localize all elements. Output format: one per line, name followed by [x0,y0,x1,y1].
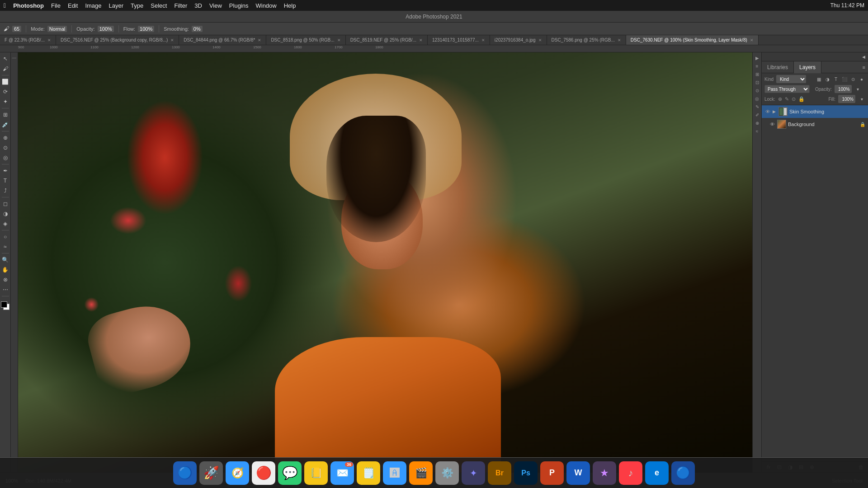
filter-toggle-icon[interactable]: ● [858,75,865,83]
menu-3d[interactable]: 3D [194,2,202,9]
dock-launchpad[interactable]: 🚀 [199,461,223,485]
opacity-input-layers[interactable] [835,85,852,93]
group-arrow-skin-smoothing[interactable]: ▶ [773,109,776,114]
hand-tool[interactable]: ✋ [1,265,10,274]
smudge-tool[interactable]: ≈ [1,242,10,251]
layer-vis-skin-smoothing[interactable]: 👁 [764,108,771,115]
3d-tool[interactable]: ⋯ [1,285,10,294]
filter-shape-icon[interactable]: ⬛ [841,75,848,83]
opacity-value[interactable]: 100% [98,26,114,32]
foreground-color-swatch[interactable] [1,301,7,308]
dock-photoshop[interactable]: Ps [514,461,538,485]
clone-tool[interactable]: ⊙ [1,143,10,152]
lasso-tool[interactable]: ⟳ [1,87,10,96]
pen-tool[interactable]: ✒ [1,166,10,175]
eyedropper-tool[interactable]: 💉 [1,120,10,129]
marquee-tool[interactable]: ⬜ [1,77,10,86]
dock-word[interactable]: W [566,461,590,485]
healing-tool[interactable]: ⊕ [1,133,10,142]
shape-tool[interactable]: ◻ [1,199,10,208]
dock-music[interactable]: ♪ [619,461,642,485]
dock-notes-app[interactable]: 📒 [304,461,328,485]
dock-edge[interactable]: e [645,461,669,485]
panel-icon-8[interactable]: ⊕ [754,119,761,127]
menu-window[interactable]: Window [255,2,276,9]
doc-tab-6[interactable]: i20237916384_o.jpg ✕ [490,35,547,45]
blend-mode-select[interactable]: Pass Through Normal Dissolve Darken Mult… [764,85,810,93]
custom-view-tool[interactable]: ⊗ [1,275,10,284]
tab-layers[interactable]: Layers [794,61,821,73]
panel-icon-4[interactable]: ⊙ [754,87,761,94]
panel-icon-6[interactable]: ✎ [754,103,761,110]
dock-reeder[interactable]: ★ [593,461,616,485]
menu-view[interactable]: View [209,2,222,9]
dock-captivate[interactable]: 🎬 [409,461,433,485]
panel-icon-2[interactable]: ⊞ [754,70,761,78]
dock-powerpoint[interactable]: P [540,461,564,485]
doc-tab-2[interactable]: DSC_84844.png @ 66.7% (RGB/8* ✕ [179,35,266,45]
fill-chevron[interactable]: ▾ [858,95,865,103]
layer-vis-background[interactable]: 👁 [769,121,775,127]
panel-menu-icon[interactable]: ≡ [863,65,868,70]
menu-layer[interactable]: Layer [109,2,124,9]
filter-smart-icon[interactable]: ⊙ [849,75,857,83]
mode-value[interactable]: Normal [47,26,67,32]
doc-tab-4[interactable]: DSC_8519.NEF @ 25% (RGB/... ✕ [346,35,428,45]
dock-custom[interactable]: 🔵 [671,461,695,485]
opacity-chevron[interactable]: ▾ [854,85,862,93]
doc-tab-0[interactable]: F @ 22.3% (RGB/... ✕ [0,35,56,45]
fill-input[interactable] [838,95,855,103]
menu-select[interactable]: Select [151,2,167,9]
doc-tab-3[interactable]: DSC_8518.png @ 50% (RGB... ✕ [266,35,345,45]
doc-tab-5[interactable]: 123140173_1015877... ✕ [428,35,490,45]
dock-appstore[interactable]: 🅰 [383,461,406,485]
magic-wand-tool[interactable]: ✦ [1,97,10,106]
brush-tool[interactable]: 🖌 [1,64,10,73]
expand-icon[interactable]: ▶ [754,54,761,61]
move-tool[interactable]: ↖ [1,54,10,63]
blur-tool[interactable]: ○ [1,232,10,241]
eraser-tool[interactable]: ◈ [1,219,10,228]
filter-pixel-icon[interactable]: ▦ [815,75,822,83]
flow-value[interactable]: 100% [138,26,154,32]
dock-bridge[interactable]: Br [488,461,511,485]
crop-tool[interactable]: ⊞ [1,110,10,119]
path-tool[interactable]: ⤴ [1,186,10,195]
tab-libraries[interactable]: Libraries [762,61,794,73]
filter-adjust-icon[interactable]: ◑ [824,75,831,83]
dock-messages[interactable]: 💬 [278,461,302,485]
dock-safari[interactable]: 🧭 [226,461,249,485]
canvas-area[interactable] [18,52,752,473]
dock-stickies[interactable]: 🗒️ [357,461,380,485]
menu-edit[interactable]: Edit [68,2,78,9]
dodge-tool[interactable]: ◎ [1,153,10,162]
panel-icon-3[interactable]: ⊡ [754,79,761,86]
dock-finder[interactable]: 🔵 [173,461,197,485]
type-tool[interactable]: T [1,176,10,185]
gradient-tool[interactable]: ◑ [1,209,10,218]
menu-plugins[interactable]: Plugins [229,2,249,9]
doc-tab-7[interactable]: DSC_7586.png @ 25% (RGB... ✕ [547,35,626,45]
menu-photoshop[interactable]: Photoshop [13,2,44,9]
dock-bluetooth[interactable]: ✦ [462,461,485,485]
menu-type[interactable]: Type [131,2,143,9]
dock-mail[interactable]: ✉️ 36 [330,461,354,485]
doc-tab-1[interactable]: DSC_7516.NEF @ 25% (Background copy, RGB… [56,35,179,45]
menu-help[interactable]: Help [284,2,296,9]
lock-brush-icon[interactable]: ✎ [785,96,789,102]
kind-dropdown[interactable]: Kind Name Effect Mode Attribute Color [776,75,806,83]
panel-collapse-btn[interactable]: ◀ [862,55,865,59]
lock-position-icon[interactable]: ⊕ [778,96,782,102]
apple-menu[interactable]:  [4,2,6,9]
panel-icon-9[interactable]: ≈ [754,127,761,135]
layer-item-skin-smoothing[interactable]: 👁 ▶ Skin Smoothing [762,105,868,118]
lock-all-icon[interactable]: 🔒 [798,96,805,102]
panel-icon-1[interactable]: ≡ [754,62,761,70]
doc-tab-8[interactable]: DSC_7630.NEF @ 100% (Skin Smoothing, Lay… [626,35,759,45]
zoom-tool[interactable]: 🔍 [1,255,10,264]
lock-artboard-icon[interactable]: ⊙ [792,96,796,102]
menu-file[interactable]: File [51,2,61,9]
menu-filter[interactable]: Filter [174,2,187,9]
panel-icon-7[interactable]: ✐ [754,111,761,118]
menu-image[interactable]: Image [85,2,101,9]
